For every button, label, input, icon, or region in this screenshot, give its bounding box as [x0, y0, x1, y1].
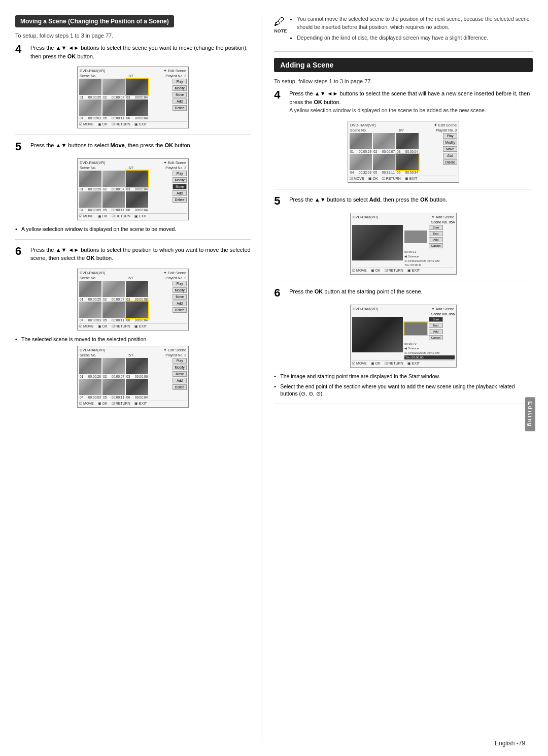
right-add-ctrl-return2: ☑ RETURN	[385, 361, 403, 366]
add-btn[interactable]: Add	[173, 98, 187, 104]
thumb-6c-selected	[126, 302, 148, 318]
right-cancel-btn1[interactable]: Cancel	[429, 243, 443, 248]
right-cancel-btn2[interactable]: Cancel	[429, 335, 443, 340]
right-ctrl-move1: ☑ MOVE	[350, 177, 364, 181]
thumb-grid: 0100:00:25 0200:00:07 0300:00:04 0400:00…	[79, 79, 171, 120]
right-thumb-labels-row2a: 0400:32:03 0500:32:11 0600:00:94	[350, 171, 441, 174]
thumb5b-label: 0500:00:11	[102, 208, 125, 212]
thumb3-label: 0300:00:04	[126, 95, 148, 99]
right-delete-btn1[interactable]: Delete	[443, 159, 457, 165]
thumb-row1d	[79, 358, 171, 374]
right-add-screen2-container: DVD-RAM(VR) ✦ Add Scene Scene No. 056 St…	[274, 305, 533, 368]
move-btn3[interactable]: Move	[173, 294, 187, 300]
right-add-info2a: ◀ Science	[404, 346, 455, 350]
thumb-1c	[79, 281, 101, 297]
modify-btn4[interactable]: Modify	[173, 365, 187, 370]
right-ctrl-exit1: ▣ EXIT	[405, 177, 418, 181]
right-thumb2a-label: 0200:00:07	[373, 150, 395, 153]
right-divider2	[274, 189, 533, 189]
right-end-btn1[interactable]: End	[429, 231, 443, 236]
playlist-no3: Playlist No. 3	[165, 276, 186, 280]
right-column: 🖊 NOTE You cannot move the selected scen…	[261, 15, 533, 741]
right-add-side-panel1: Start End Add Cancel 00:00:11 ◀ Science …	[404, 225, 455, 267]
right-start-btn2[interactable]: Start	[429, 317, 443, 322]
dvd-controls2: ☑ MOVE ▣ OK ☑ RETURN ▣ EXIT	[79, 213, 187, 218]
right-add-start-row1: Start End Add Cancel	[404, 225, 455, 248]
editing-tab: Editing	[525, 397, 535, 431]
edit-scene-label: ✦ Edit Scene	[163, 69, 186, 73]
thumb-6d	[126, 379, 148, 395]
left-screen4: DVD-RAM(VR) ✦ Edit Scene Scene No. 5/7 P…	[77, 346, 189, 408]
right-add-info2b: ⊙ APR/23/2005 06:43 AM	[404, 351, 455, 354]
left-step4-number: 4	[15, 44, 26, 55]
thumb5c-label: 0500:00:11	[102, 318, 125, 322]
right-thumb5a-label: 0500:32:11	[373, 171, 395, 174]
play-btn[interactable]: Play	[173, 79, 187, 84]
left-screen1-main: 0100:00:25 0200:00:07 0300:00:04 0400:00…	[79, 79, 187, 120]
right-add-screen1-container: DVD-RAM(VR) ✦ Add Scene Scene No. 054 St…	[274, 213, 533, 275]
add-btn4[interactable]: Add	[173, 378, 187, 383]
right-step6-text: Press the OK button at the starting poin…	[289, 287, 533, 296]
scene-count3: 6/7	[128, 276, 133, 280]
note-box: 🖊 NOTE You cannot move the selected scen…	[274, 15, 533, 44]
ctrl-ok4: ▣ OK	[98, 402, 108, 406]
edit-scene-label4: ✦ Edit Scene	[163, 348, 186, 352]
delete-btn3[interactable]: Delete	[173, 307, 187, 313]
left-screen1-subheader: Scene No. 3/7 Playlist No. 3	[79, 74, 187, 78]
left-step5: 5 Press the ▲▼ buttons to select Move, t…	[15, 141, 251, 152]
right-thumb-1a	[350, 133, 372, 149]
move-btn[interactable]: Move	[173, 92, 187, 97]
delete-btn2[interactable]: Delete	[173, 197, 187, 203]
ctrl-return: ☑ RETURN	[112, 122, 130, 126]
note-label: NOTE	[274, 28, 287, 34]
right-start-btn1[interactable]: Start	[429, 225, 443, 230]
move-btn2[interactable]: Move	[173, 184, 187, 189]
thumb-row2b	[79, 191, 171, 208]
right-setup-text: To setup, follow steps 1 to 3 in page 77…	[274, 78, 533, 84]
right-move-btn1[interactable]: Move	[443, 146, 457, 152]
modify-btn[interactable]: Modify	[173, 85, 187, 91]
ctrl-return2: ☑ RETURN	[112, 214, 130, 218]
right-add-scene-label2: ✦ Add Scene	[431, 307, 454, 311]
note-item1: You cannot move the selected scene to th…	[297, 15, 533, 31]
add-btn2[interactable]: Add	[173, 190, 187, 196]
thumb-4	[79, 100, 101, 116]
right-add2-btn2[interactable]: Add	[429, 329, 443, 334]
modify-btn3[interactable]: Modify	[173, 287, 187, 293]
add-btn3[interactable]: Add	[173, 301, 187, 306]
thumb-5	[102, 100, 125, 116]
left-section-title: Moving a Scene (Changing the Position of…	[15, 15, 174, 27]
modify-btn2[interactable]: Modify	[173, 177, 187, 183]
right-add-btn1[interactable]: Add	[443, 153, 457, 158]
thumb-grid3: 0100:00:25 0200:00:07 0300:00:08 0400:00…	[79, 281, 171, 322]
move-btn4[interactable]: Move	[173, 371, 187, 377]
play-btn4[interactable]: Play	[173, 358, 187, 364]
left-screen1-container: DVD-RAM(VR) ✦ Edit Scene Scene No. 3/7 P…	[15, 67, 251, 128]
right-add-start-row2: Start End Add Cancel	[404, 317, 455, 340]
right-modify-btn1[interactable]: Modify	[443, 140, 457, 145]
delete-btn[interactable]: Delete	[173, 105, 187, 111]
right-divider3	[274, 281, 533, 281]
delete-btn4[interactable]: Delete	[173, 384, 187, 390]
right-play-btn1[interactable]: Play	[443, 133, 457, 139]
play-btn3[interactable]: Play	[173, 281, 187, 286]
playlist-no2: Playlist No. 3	[165, 166, 186, 170]
left-step5-text: Press the ▲▼ buttons to select Move, the…	[30, 141, 251, 150]
right-add-time2: 00:00:79	[404, 342, 455, 345]
right-add-ctrl-ok2: ▣ OK	[371, 361, 381, 366]
right-add-screen1-header: DVD-RAM(VR) ✦ Add Scene	[352, 215, 455, 219]
left-screen3-container: DVD-RAM(VR) ✦ Edit Scene Scene No. 6/7 P…	[15, 269, 251, 331]
play-btn2[interactable]: Play	[173, 171, 187, 176]
thumb-2d	[102, 358, 125, 374]
right-scene-no-label1: Scene No.	[350, 128, 367, 132]
thumb-4b	[79, 191, 101, 208]
right-end-btn2[interactable]: End	[429, 323, 443, 328]
scene-count4: 5/7	[128, 353, 133, 357]
left-column: Moving a Scene (Changing the Position of…	[15, 15, 261, 741]
right-add2-btn1[interactable]: Add	[429, 237, 443, 242]
left-screen2-subheader: Scene No. 3/7 Playlist No. 3	[79, 166, 187, 170]
right-screen1-header: DVD-RAM(VR) ✦ Edit Scene	[350, 123, 457, 127]
right-screen1-main: 0100:00:29 0200:00:07 0300:00:04 0400:32…	[350, 133, 457, 175]
thumb-5c	[102, 302, 125, 318]
right-thumb-6a-selected	[396, 154, 419, 170]
